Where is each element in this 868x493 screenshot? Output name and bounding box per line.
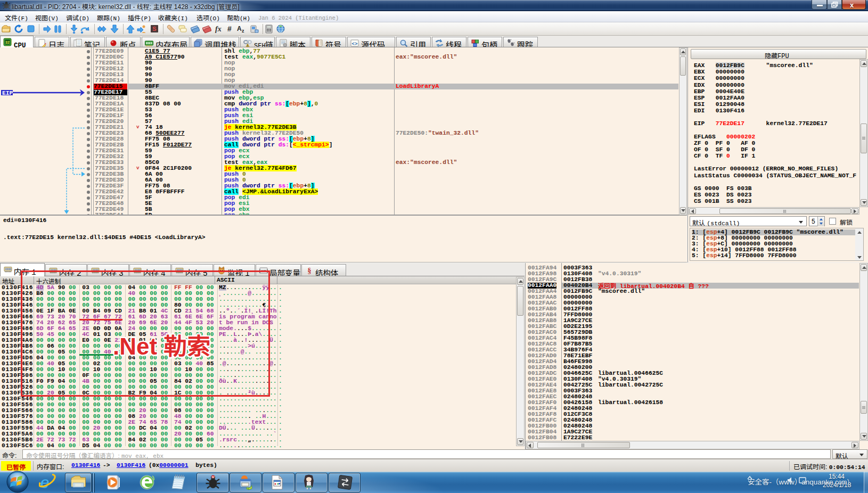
svg-text:<>: <>	[352, 42, 358, 47]
svg-text:#: #	[227, 24, 232, 33]
svg-text:32: 32	[211, 475, 215, 479]
svg-text:e: e	[40, 474, 50, 491]
svg-text:§: §	[308, 267, 312, 275]
svg-text:S: S	[152, 26, 156, 32]
svg-text:fx: fx	[215, 25, 222, 33]
svg-text:z: z	[242, 28, 244, 34]
svg-text:32: 32	[5, 40, 10, 44]
svg-text:EIP: EIP	[2, 90, 13, 96]
svg-text:A: A	[237, 25, 242, 32]
